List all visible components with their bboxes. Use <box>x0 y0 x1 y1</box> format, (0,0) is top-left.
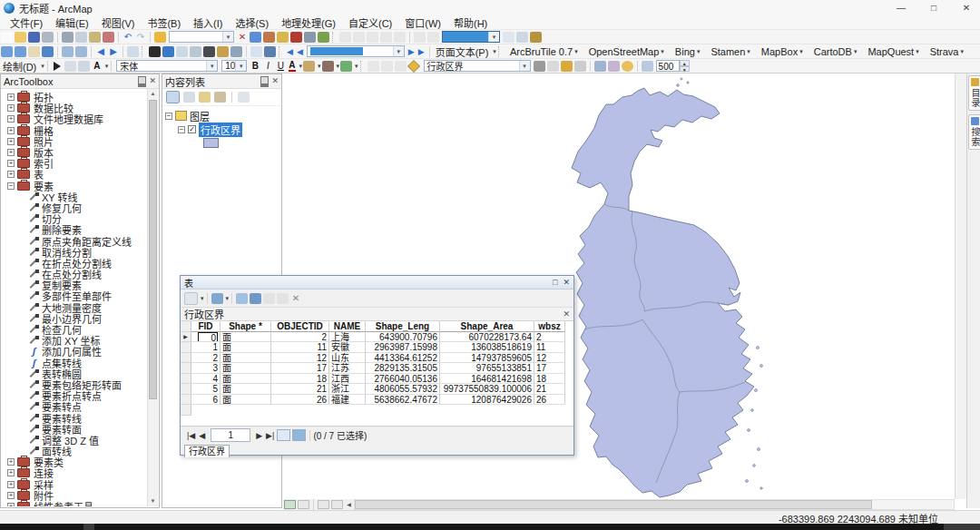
expand-icon[interactable]: + <box>7 115 15 123</box>
expand-icon[interactable]: + <box>7 503 15 506</box>
fixed-zoom-out-icon[interactable] <box>75 46 87 57</box>
map-scale-combo[interactable]: ▾ <box>169 31 234 43</box>
collapse-icon[interactable]: − <box>178 126 185 133</box>
italic-button[interactable]: I <box>262 61 273 72</box>
row-selector[interactable] <box>181 363 191 374</box>
menu-item[interactable]: 插入(I) <box>187 15 229 30</box>
new-document-icon[interactable] <box>1 32 13 43</box>
table-cell[interactable]: 上海 <box>329 332 366 343</box>
edit-tool-disabled-icon[interactable] <box>339 32 351 43</box>
table-cell[interactable]: 山东 <box>329 353 366 364</box>
table-cell[interactable]: 120876429026 <box>440 395 534 406</box>
split-disabled-icon[interactable] <box>380 32 392 43</box>
table-cell[interactable]: 2 <box>534 332 565 343</box>
expand-icon[interactable]: + <box>7 127 15 134</box>
expand-icon[interactable]: + <box>7 469 15 476</box>
table-cell[interactable]: 99737550839.100006 <box>440 384 534 395</box>
undo-icon[interactable]: ↶ <box>122 32 133 43</box>
python-window-icon[interactable] <box>304 32 316 43</box>
column-header[interactable]: OBJECTID <box>271 321 329 332</box>
redo-icon[interactable]: ↷ <box>135 32 146 43</box>
sketch-properties-disabled-icon[interactable] <box>427 32 439 43</box>
next-record-icon[interactable]: ▶ <box>407 47 416 56</box>
select-elements-icon[interactable] <box>149 46 161 57</box>
layer-visibility-checkbox[interactable]: ✓ <box>188 125 196 133</box>
close-table-icon[interactable]: ✕ <box>563 309 570 319</box>
label-class-combo[interactable]: 行政区界▾ <box>424 60 531 72</box>
pan-icon[interactable] <box>28 46 40 57</box>
table-cell[interactable]: 江苏 <box>329 363 366 374</box>
go-to-xy-icon[interactable] <box>230 46 242 57</box>
table-cell[interactable]: 5638662.47672 <box>366 395 440 406</box>
table-cell[interactable]: 2766040.05136 <box>366 374 440 385</box>
label-weight-icon[interactable] <box>608 61 620 72</box>
create-features-icon[interactable] <box>503 32 514 43</box>
list-by-selection-icon[interactable] <box>214 92 226 103</box>
reshape-disabled-icon[interactable] <box>353 32 365 43</box>
row-selector[interactable] <box>181 405 191 416</box>
expand-icon[interactable]: + <box>7 149 15 156</box>
table-cell[interactable]: 面 <box>220 363 271 374</box>
label-manager-icon[interactable] <box>561 61 573 72</box>
menu-item[interactable]: 窗口(W) <box>398 15 447 30</box>
table-cell[interactable]: 11 <box>271 342 329 353</box>
annotation-disabled-icon[interactable] <box>547 61 559 72</box>
catalog-window-icon[interactable] <box>263 32 275 43</box>
font-size-combo[interactable]: 10▾ <box>221 60 247 72</box>
edit-vertices-disabled-icon[interactable] <box>368 61 379 72</box>
close-panel-icon[interactable]: ✕ <box>271 77 279 85</box>
table-cell[interactable]: 6 <box>191 395 220 406</box>
pin-icon[interactable] <box>138 76 146 87</box>
expand-icon[interactable]: + <box>7 481 15 488</box>
column-header[interactable]: NAME <box>329 321 366 332</box>
table-cell[interactable]: 11 <box>534 342 565 353</box>
minimize-button[interactable]: — <box>886 0 916 15</box>
table-cell[interactable]: 18 <box>534 374 565 385</box>
menu-item[interactable]: 自定义(C) <box>342 15 398 30</box>
prev-record-icon[interactable]: ◀ <box>197 431 207 440</box>
dock-tab-搜索[interactable]: 搜索 <box>968 114 980 150</box>
table-cell[interactable]: 18 <box>271 374 329 385</box>
table-cell[interactable]: 643900.70796 <box>366 332 440 343</box>
expand-icon[interactable]: + <box>7 93 15 101</box>
collapse-icon[interactable]: − <box>165 113 172 120</box>
expand-icon[interactable]: + <box>7 171 15 178</box>
list-by-visibility-icon[interactable] <box>199 92 211 103</box>
first-record-icon[interactable]: ◀ <box>285 47 295 56</box>
table-cell[interactable]: 26 <box>271 395 329 406</box>
column-header[interactable]: Shape_Leng <box>366 321 440 332</box>
measure-icon[interactable] <box>190 46 201 57</box>
fixed-zoom-in-icon[interactable] <box>62 46 74 57</box>
first-record-icon[interactable]: |◀ <box>185 431 197 440</box>
task-combo[interactable]: ▾ <box>442 31 500 43</box>
related-tables-icon[interactable] <box>211 293 223 304</box>
refresh-view-button[interactable] <box>318 500 329 509</box>
trace-disabled-icon[interactable] <box>395 61 407 72</box>
table-cell[interactable]: 21 <box>271 384 329 395</box>
view-unplaced-icon[interactable] <box>622 61 633 72</box>
pin-icon[interactable] <box>260 76 269 87</box>
basemap-menu[interactable]: Stamen▾ <box>705 46 755 57</box>
close-panel-icon[interactable]: ✕ <box>149 77 156 85</box>
table-cell[interactable]: 面 <box>220 353 271 364</box>
table-cell[interactable]: 17 <box>271 363 329 374</box>
menu-item[interactable]: 选择(S) <box>229 15 275 30</box>
table-cell[interactable]: 0 <box>191 332 220 343</box>
cut-polygons-disabled-icon[interactable] <box>367 32 378 43</box>
cut-icon[interactable] <box>62 32 74 43</box>
table-cell[interactable]: 17 <box>534 363 565 374</box>
row-selector[interactable] <box>181 374 191 385</box>
table-cell[interactable]: 12 <box>534 353 565 364</box>
table-cell[interactable]: 2963987.15998 <box>366 342 440 353</box>
data-view-button[interactable] <box>284 500 296 509</box>
attribute-grid[interactable]: FIDShape *OBJECTIDNAMEShape_LengShape_Ar… <box>181 321 573 427</box>
last-record-icon[interactable]: ▶ <box>416 47 426 56</box>
map-vertical-scrollbar[interactable]: ▲ <box>955 74 967 499</box>
pause-drawing-button[interactable] <box>331 500 343 509</box>
lock-icon[interactable] <box>530 32 542 43</box>
menu-item[interactable]: 视图(V) <box>95 15 142 30</box>
pause-labeling-icon[interactable] <box>574 61 586 72</box>
html-popup-icon[interactable] <box>176 46 188 57</box>
scroll-down-icon[interactable]: ▼ <box>148 496 158 506</box>
table-options-icon[interactable] <box>184 292 198 305</box>
